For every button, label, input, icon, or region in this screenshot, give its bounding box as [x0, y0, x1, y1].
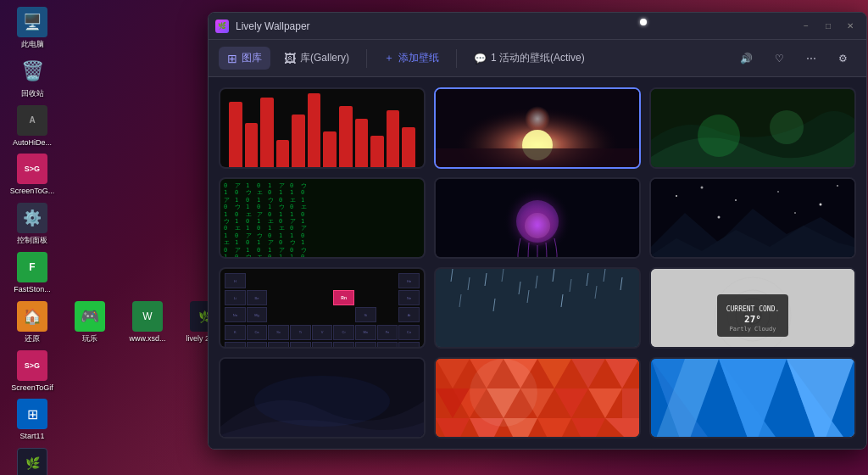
wallpaper-card-ripples[interactable]: CURRENT COND. 27° Partly Cloudy Ripples … — [649, 267, 856, 349]
desktop-icon-screentogif2[interactable]: S>G ScreenToGif — [7, 350, 58, 393]
wallpaper-card-parallax[interactable]: Parallax.js Parallax.js engine github pa… — [649, 177, 856, 259]
wallpaper-card-the-hill[interactable]: The Hill Shader generated hill. ⋯ — [219, 357, 426, 439]
wallpaper-card-matrix[interactable]: 01ア01ウ01エ01 ア01ウ01エ01ア0 1ウ01エ01ア01ウ 0エ10… — [219, 177, 426, 259]
svg-point-72 — [470, 359, 537, 427]
control-icon: ⚙️ — [17, 203, 47, 233]
add-label: 添加壁纸 — [398, 51, 439, 65]
bar-1 — [229, 102, 242, 169]
app-window: 🌿 Lively Wallpaper − □ ✕ ⊞ 图库 🖼 库(Galler… — [208, 12, 867, 450]
faststone-label: FastSton... — [14, 285, 51, 294]
pt-sc: Sc — [268, 325, 289, 340]
rain-svg — [436, 269, 639, 349]
desktop-icon-lively-bot[interactable]: 🌿 Lively Wallpaper — [7, 448, 58, 475]
svg-point-14 — [735, 199, 737, 201]
minimize-button[interactable]: − — [797, 17, 815, 36]
maximize-button[interactable]: □ — [819, 17, 837, 36]
toolbar-separator-2 — [456, 49, 457, 68]
desktop-icon-control[interactable]: ⚙️ 控制面板 — [7, 203, 58, 245]
pt-be: Be — [247, 290, 268, 305]
settings-button[interactable]: ⚙ — [830, 48, 856, 69]
home-label: 还原 — [25, 334, 40, 344]
more-button[interactable]: ⋯ — [798, 48, 825, 69]
pt-e10 — [312, 290, 333, 305]
svg-point-51 — [254, 376, 390, 427]
svg-point-12 — [676, 195, 677, 197]
desktop-icon-faststone[interactable]: F FastSton... — [7, 252, 58, 294]
wallpaper-card-medusae[interactable]: Medusae Soft body jellyfish simulation. … — [434, 177, 641, 259]
svg-point-16 — [820, 204, 822, 206]
volume-button[interactable]: 🔊 — [732, 48, 761, 69]
medusae-preview — [436, 179, 639, 259]
pt-cell: H — [225, 273, 246, 288]
svg-rect-3 — [436, 148, 639, 169]
wallpaper-grid: Audio Visualizer Audio spectrum that rea… — [209, 77, 866, 449]
wallpaper-card-waves[interactable]: Waves Threejs wave simulation. ⋯ — [649, 357, 856, 439]
parallax-preview — [651, 179, 854, 259]
desktop-icon-home[interactable]: 🏠 还原 — [7, 301, 58, 344]
game-icon: 🎮 — [75, 301, 105, 332]
pt-co: Co — [398, 325, 420, 340]
recycle-label: 回收站 — [21, 89, 44, 98]
app-icon: 🌿 — [215, 20, 229, 33]
window-controls: − □ ✕ — [797, 17, 860, 36]
pt-v: V — [312, 325, 333, 340]
desktop-icon-recycle[interactable]: 🗑️ 回收站 — [7, 56, 58, 98]
svg-text:27°: 27° — [744, 314, 761, 325]
add-wallpaper-button[interactable]: ＋ 添加壁纸 — [376, 47, 448, 70]
pt-sr: Sr — [247, 342, 268, 349]
svg-point-15 — [777, 191, 779, 193]
desktop-icons-grid: 🖥️ 此电脑 🗑️ 回收站 A AutoHiDe... S>G ScreenTo… — [7, 7, 231, 475]
medusae-svg — [436, 179, 639, 259]
screentogif-label: ScreenToG... — [10, 187, 55, 196]
hill-svg — [220, 359, 424, 439]
fluids-svg — [651, 89, 854, 169]
www-label: www.xsd... — [129, 334, 165, 344]
matrix-text-container: 01ア01ウ01エ01 ア01ウ01エ01ア0 1ウ01エ01ア01ウ 0エ10… — [220, 179, 424, 259]
gallery-button[interactable]: 🖼 库(Gallery) — [275, 47, 358, 70]
desktop-icon-pc[interactable]: 🖥️ 此电脑 — [7, 7, 58, 49]
heart-button[interactable]: ♡ — [766, 48, 793, 69]
pt-e15 — [268, 307, 289, 322]
desktop-icon-game[interactable]: 🎮 玩乐 — [64, 301, 115, 344]
pt-empty2 — [268, 273, 289, 288]
svg-point-6 — [770, 110, 804, 144]
desktop-icon-screentogif[interactable]: S>G ScreenToG... — [7, 154, 58, 196]
desktop-icon-www[interactable]: W www.xsd... — [122, 301, 173, 344]
svg-point-10 — [525, 213, 550, 238]
www-icon: W — [132, 301, 163, 332]
matrix-preview: 01ア01ウ01エ01 ア01ウ01エ01ア0 1ウ01エ01ア01ウ 0エ10… — [220, 179, 424, 259]
wallpaper-card-rain[interactable]: Rain Customisable rain particles. ⋯ — [434, 267, 641, 349]
desktop-icon-autohide[interactable]: A AutoHiDe... — [7, 105, 58, 148]
library-icon: ⊞ — [227, 52, 237, 65]
pt-e12 — [355, 290, 376, 305]
desktop-icon-start11[interactable]: ⊞ Start11 — [7, 399, 58, 441]
ripples-svg: CURRENT COND. 27° Partly Cloudy — [651, 269, 854, 349]
pt-e9 — [290, 290, 311, 305]
wallpaper-card-triangles[interactable]: Triangles & Light Triangle pattern gener… — [434, 357, 641, 439]
pt-li: Li — [225, 290, 246, 305]
volume-icon: 🔊 — [740, 53, 753, 64]
active-wallpaper-button[interactable]: 💬 1 活动的壁纸(Active) — [465, 47, 593, 70]
control-label: 控制面板 — [17, 236, 47, 245]
home-icon: 🏠 — [17, 301, 47, 332]
faststone-icon: F — [17, 252, 47, 282]
pt-empty4 — [312, 273, 333, 288]
window-title: Lively Wallpaper — [236, 20, 797, 32]
library-button[interactable]: ⊞ 图库 — [219, 47, 270, 70]
close-button[interactable]: ✕ — [841, 17, 860, 36]
toolbar-separator-1 — [366, 49, 367, 68]
bar-2 — [245, 123, 259, 169]
wallpaper-card-periodic-table[interactable]: H He Li Be Rn — [219, 267, 426, 349]
wallpaper-card-eternal-light[interactable]: Eternal Light Beautiful sunset render. ⋯ — [434, 87, 641, 169]
wallpaper-card-audio-visualizer[interactable]: Audio Visualizer Audio spectrum that rea… — [219, 87, 426, 169]
ripples-preview: CURRENT COND. 27° Partly Cloudy — [651, 269, 854, 349]
bar-7 — [323, 131, 337, 169]
pt-si: Si — [355, 307, 376, 322]
wallpaper-card-fluids[interactable]: Fluids Fluid simulation using WebGL, rea… — [649, 87, 856, 169]
start11-label: Start11 — [19, 432, 44, 441]
desktop: 🖥️ 此电脑 🗑️ 回收站 A AutoHiDe... S>G ScreenTo… — [0, 0, 868, 475]
pt-empty3 — [290, 273, 311, 288]
svg-point-5 — [698, 115, 740, 157]
matrix-col-8: ウ01エ01ア01ウ0 — [301, 182, 307, 259]
pt-fe: Fe — [377, 325, 398, 340]
